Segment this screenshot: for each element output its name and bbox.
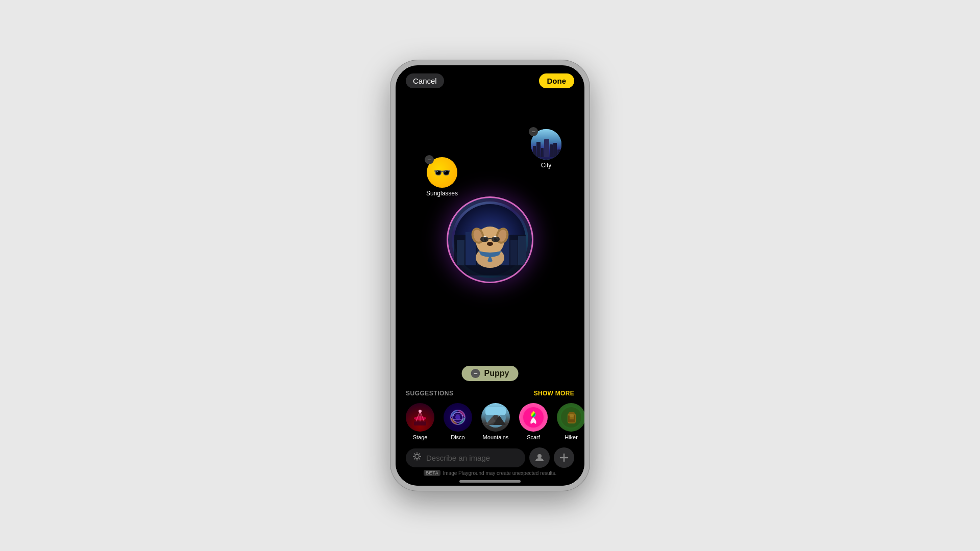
svg-point-59	[537, 454, 542, 458]
mountains-icon	[481, 403, 510, 432]
hiker-svg	[561, 407, 581, 428]
svg-rect-6	[510, 240, 518, 265]
svg-point-32	[455, 415, 460, 420]
svg-line-56	[419, 458, 421, 460]
canvas-area: − 🕶️ Sunglasses −	[396, 96, 584, 384]
input-wrapper	[406, 448, 525, 467]
suggestion-stage[interactable]: Stage	[406, 403, 434, 440]
tag-sunglasses[interactable]: − 🕶️ Sunglasses	[426, 157, 458, 197]
city-tag-label: City	[541, 162, 552, 169]
suggestion-mountains[interactable]: Mountains	[481, 403, 510, 440]
svg-rect-48	[569, 419, 575, 422]
svg-rect-45	[569, 412, 575, 414]
svg-point-20	[487, 242, 493, 246]
sunglasses-minus-badge[interactable]: −	[425, 155, 434, 164]
svg-rect-7	[518, 236, 526, 265]
scarf-icon	[519, 403, 548, 432]
scarf-svg	[523, 407, 544, 428]
svg-rect-41	[485, 407, 506, 415]
sparkle-svg	[412, 452, 422, 462]
svg-line-57	[419, 454, 421, 455]
suggestions-label: SUGGESTIONS	[406, 390, 454, 397]
svg-rect-21	[480, 237, 488, 242]
phone-screen: Cancel Done − 🕶️ Sunglasses −	[396, 65, 584, 486]
hiker-icon	[557, 403, 584, 432]
cancel-button[interactable]: Cancel	[406, 73, 444, 88]
suggestion-disco[interactable]: Disco	[444, 403, 472, 440]
tag-city[interactable]: −	[531, 129, 561, 169]
home-indicator	[459, 480, 521, 483]
suggestion-scarf[interactable]: Scarf	[519, 403, 548, 440]
dynamic-island	[459, 71, 521, 89]
person-icon	[535, 453, 544, 462]
stage-label: Stage	[413, 434, 428, 440]
svg-line-58	[414, 458, 415, 460]
stage-svg	[410, 407, 430, 428]
svg-point-50	[415, 455, 419, 459]
plus-button[interactable]	[554, 447, 574, 468]
disco-label: Disco	[451, 434, 465, 440]
svg-rect-22	[492, 237, 500, 242]
puppy-pill[interactable]: − Puppy	[462, 366, 519, 381]
done-button[interactable]: Done	[539, 73, 575, 88]
mountains-svg	[485, 407, 506, 428]
central-circle	[447, 196, 533, 283]
describe-input[interactable]	[406, 448, 525, 467]
phone-frame: Cancel Done − 🕶️ Sunglasses −	[390, 60, 590, 491]
svg-rect-49	[570, 414, 574, 417]
svg-point-29	[419, 410, 422, 413]
city-buildings	[533, 139, 560, 157]
ai-icon	[412, 452, 422, 464]
scarf-label: Scarf	[527, 434, 540, 440]
svg-rect-24	[414, 421, 426, 425]
dog-svg	[454, 204, 526, 276]
svg-line-55	[414, 454, 415, 455]
plus-icon	[559, 453, 569, 462]
suggestions-row: Stage	[406, 403, 574, 440]
disco-icon	[444, 403, 472, 432]
hiker-label: Hiker	[565, 434, 578, 440]
beta-text: Image Playground may create unexpected r…	[443, 470, 556, 476]
svg-rect-23	[488, 238, 492, 239]
input-row	[406, 447, 574, 468]
puppy-minus-badge[interactable]: −	[471, 369, 480, 378]
bottom-panel: SUGGESTIONS SHOW MORE	[396, 384, 584, 486]
suggestion-hiker[interactable]: Hiker	[557, 403, 584, 440]
puppy-label: Puppy	[484, 369, 509, 378]
dog-image	[452, 202, 528, 278]
show-more-button[interactable]: SHOW MORE	[534, 390, 574, 397]
suggestions-header: SUGGESTIONS SHOW MORE	[406, 390, 574, 397]
mountains-label: Mountains	[483, 434, 509, 440]
disco-svg	[448, 407, 468, 428]
svg-rect-2	[457, 240, 464, 265]
beta-notice: BETA Image Playground may create unexpec…	[406, 470, 574, 476]
person-button[interactable]	[529, 447, 550, 468]
stage-icon	[406, 403, 434, 432]
beta-badge: BETA	[424, 470, 441, 476]
city-minus-badge[interactable]: −	[529, 127, 538, 136]
central-image-container	[447, 196, 533, 283]
